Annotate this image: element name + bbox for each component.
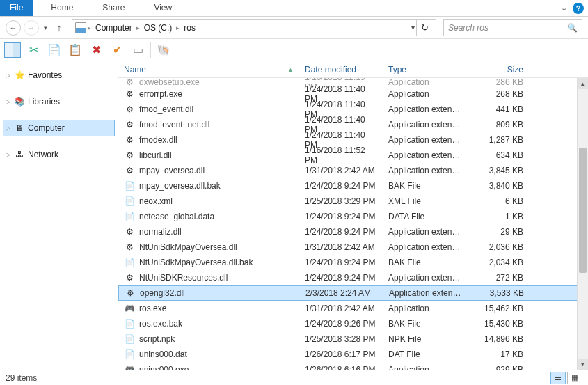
file-size: 17 KB bbox=[466, 349, 529, 359]
up-button[interactable]: ↑ bbox=[52, 21, 66, 35]
sort-asc-icon: ▲ bbox=[287, 66, 294, 73]
copy-button[interactable]: 📄 bbox=[46, 42, 63, 58]
details-view-button[interactable]: ☰ bbox=[550, 372, 566, 384]
file-date: 1/24/2018 9:24 PM bbox=[299, 181, 383, 191]
tree-libraries[interactable]: ▷ 📚 Libraries bbox=[3, 93, 115, 110]
refresh-button[interactable]: ↻ bbox=[416, 20, 433, 36]
chevron-right-icon[interactable]: ▸ bbox=[176, 24, 180, 31]
ribbon-tab-home[interactable]: Home bbox=[41, 0, 83, 16]
file-name: script.npk bbox=[139, 334, 175, 344]
help-icon[interactable]: ? bbox=[573, 3, 584, 14]
address-bar[interactable]: ▸ Computer ▸ OS (C:) ▸ ros ▾ ↻ bbox=[72, 19, 436, 36]
file-row[interactable]: ⚙NtUniSDKResources.dll1/24/2018 9:24 PMA… bbox=[118, 270, 588, 285]
check-icon: ✔ bbox=[113, 43, 122, 56]
file-row[interactable]: 📄script.npk1/25/2018 3:28 PMNPK File14,8… bbox=[118, 331, 588, 347]
col-size[interactable]: Size bbox=[466, 65, 529, 74]
rename-button[interactable]: ✔ bbox=[109, 42, 125, 58]
search-input[interactable]: Search ros 🔍 bbox=[443, 19, 582, 36]
chevron-down-icon[interactable]: ⌄ bbox=[561, 3, 567, 13]
ribbon-tab-view[interactable]: View bbox=[144, 0, 182, 16]
col-name[interactable]: Name▲ bbox=[118, 65, 299, 74]
chevron-right-icon[interactable]: ▷ bbox=[4, 151, 11, 158]
refresh-icon: ↻ bbox=[421, 22, 429, 33]
file-row[interactable]: 📄NtUniSdkMpayOversea.dll.bak1/24/2018 9:… bbox=[118, 255, 588, 270]
file-name: fmod_event_net.dll bbox=[139, 120, 209, 129]
file-date: 1/24/2018 9:24 PM bbox=[299, 227, 383, 237]
breadcrumb-folder[interactable]: ros bbox=[181, 23, 198, 33]
file-name: opengl32.dll bbox=[140, 288, 185, 298]
file-name: NtUniSdkMpayOversea.dll bbox=[139, 242, 237, 252]
col-date[interactable]: Date modified bbox=[299, 65, 383, 74]
back-button[interactable]: ← bbox=[6, 20, 21, 36]
chevron-right-icon[interactable]: ▷ bbox=[4, 72, 11, 79]
ribbon-tab-file[interactable]: File bbox=[0, 0, 33, 16]
computer-icon: 🖥 bbox=[14, 123, 25, 134]
scroll-up-button[interactable]: ▴ bbox=[578, 78, 588, 89]
chevron-right-icon[interactable]: ▸ bbox=[136, 24, 140, 31]
file-row[interactable]: 📄neox.xml1/25/2018 3:29 PMXML File6 KB bbox=[118, 194, 588, 209]
file-row[interactable]: ⚙libcurl.dll1/16/2018 11:52 PMApplicatio… bbox=[118, 148, 588, 163]
file-icon: 📄 bbox=[124, 318, 135, 329]
chevron-right-icon[interactable]: ▷ bbox=[4, 125, 11, 132]
file-list: Name▲ Date modified Type Size ⚙dxwebsetu… bbox=[118, 61, 588, 370]
search-icon: 🔍 bbox=[567, 23, 578, 33]
tree-favorites[interactable]: ▷ ⭐ Favorites bbox=[3, 67, 115, 84]
tree-network[interactable]: ▷ 🖧 Network bbox=[3, 146, 115, 163]
arrow-left-icon: ← bbox=[10, 24, 17, 32]
layout-panes-button[interactable] bbox=[4, 42, 21, 58]
col-type[interactable]: Type bbox=[383, 65, 466, 74]
file-icon: ⚙ bbox=[124, 226, 135, 237]
file-name: dxwebsetup.exe bbox=[139, 78, 200, 86]
file-row[interactable]: 📄netease_global.data1/24/2018 9:24 PMDAT… bbox=[118, 209, 588, 224]
file-name: mpay_oversea.dll.bak bbox=[139, 181, 221, 191]
file-size: 286 KB bbox=[466, 78, 529, 86]
file-size: 3,533 KB bbox=[467, 288, 530, 298]
file-name: mpay_oversea.dll bbox=[139, 166, 205, 175]
file-type: Application extens... bbox=[383, 120, 466, 129]
file-date: 1/31/2018 2:42 AM bbox=[299, 166, 383, 175]
tree-computer[interactable]: ▷ 🖥 Computer bbox=[3, 120, 115, 136]
chevron-down-icon[interactable]: ▾ bbox=[411, 24, 415, 31]
scroll-down-button[interactable]: ▾ bbox=[578, 359, 588, 370]
libraries-icon: 📚 bbox=[14, 96, 25, 107]
delete-button[interactable]: ✖ bbox=[88, 42, 104, 58]
file-icon: ⚙ bbox=[125, 288, 136, 299]
forward-button[interactable]: → bbox=[24, 20, 39, 36]
file-icon: ⚙ bbox=[124, 242, 135, 253]
arrow-right-icon: → bbox=[28, 24, 35, 32]
file-row[interactable]: 📄ros.exe.bak1/24/2018 9:26 PMBAK File15,… bbox=[118, 316, 588, 331]
ribbon-tab-share[interactable]: Share bbox=[93, 0, 134, 16]
file-row[interactable]: 🎮unins000.exe1/26/2018 6:16 PMApplicatio… bbox=[118, 362, 588, 370]
file-row[interactable]: ⚙normaliz.dll1/24/2018 9:24 PMApplicatio… bbox=[118, 224, 588, 239]
file-name: unins000.exe bbox=[139, 365, 189, 370]
shell-button[interactable]: 🐚 bbox=[155, 42, 172, 58]
breadcrumb-drive[interactable]: OS (C:) bbox=[141, 23, 175, 33]
scrollbar[interactable]: ▴ ▾ bbox=[577, 78, 588, 370]
chevron-right-icon[interactable]: ▸ bbox=[88, 24, 91, 31]
file-icon: 📄 bbox=[124, 333, 135, 345]
file-icon: 📄 bbox=[124, 211, 135, 222]
new-item-button[interactable]: ▭ bbox=[129, 42, 146, 58]
breadcrumb-computer[interactable]: Computer bbox=[93, 23, 135, 33]
scroll-thumb[interactable] bbox=[579, 148, 587, 273]
file-row[interactable]: 📄unins000.dat1/26/2018 6:17 PMDAT File17… bbox=[118, 347, 588, 362]
file-row[interactable]: 🎮ros.exe1/31/2018 2:42 AMApplication15,4… bbox=[118, 301, 588, 316]
file-row[interactable]: ⚙mpay_oversea.dll1/31/2018 2:42 AMApplic… bbox=[118, 163, 588, 178]
file-type: Application extens... bbox=[383, 288, 467, 298]
file-row[interactable]: ⚙NtUniSdkMpayOversea.dll1/31/2018 2:42 A… bbox=[118, 239, 588, 255]
paste-button[interactable]: 📋 bbox=[67, 42, 84, 58]
file-size: 14,896 KB bbox=[466, 334, 529, 344]
file-type: DAT File bbox=[383, 349, 466, 359]
icons-view-button[interactable]: ▦ bbox=[567, 372, 582, 384]
cut-button[interactable]: ✂ bbox=[25, 42, 42, 58]
file-icon: ⚙ bbox=[124, 134, 135, 146]
file-row[interactable]: ⚙opengl32.dll2/3/2018 2:24 AMApplication… bbox=[118, 285, 588, 301]
recent-dropdown[interactable]: ▾ bbox=[42, 24, 49, 31]
file-size: 634 KB bbox=[466, 150, 529, 160]
chevron-right-icon[interactable]: ▷ bbox=[4, 98, 11, 105]
file-size: 1,287 KB bbox=[466, 135, 529, 145]
file-date: 2/3/2018 2:24 AM bbox=[300, 288, 383, 298]
file-date: 1/24/2018 9:24 PM bbox=[299, 258, 383, 267]
search-placeholder: Search ros bbox=[448, 23, 567, 33]
file-row[interactable]: 📄mpay_oversea.dll.bak1/24/2018 9:24 PMBA… bbox=[118, 178, 588, 194]
